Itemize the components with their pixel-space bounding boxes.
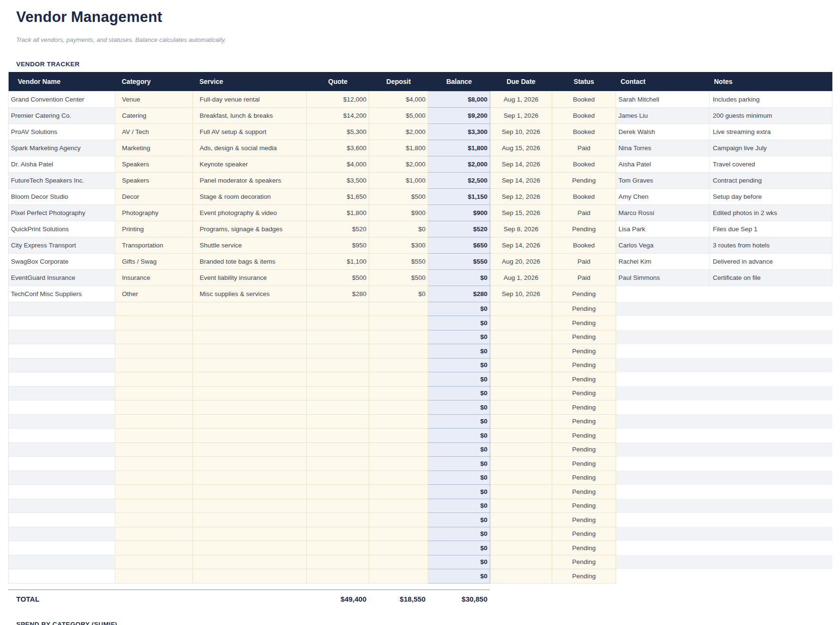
cell-status: Pending bbox=[552, 372, 616, 387]
empty-row: $0Pending bbox=[9, 555, 832, 569]
cell-service bbox=[193, 344, 307, 359]
cell-due: Sep 10, 2026 bbox=[490, 286, 552, 302]
cell-deposit bbox=[369, 499, 428, 513]
cell-category bbox=[115, 527, 193, 541]
cell-balance: $650 bbox=[428, 237, 490, 253]
cell-service: Breakfast, lunch & breaks bbox=[193, 107, 307, 123]
cell-vendor: ProAV Solutions bbox=[9, 123, 115, 140]
cell-quote bbox=[307, 302, 369, 316]
cell-contact bbox=[616, 457, 709, 471]
cell-quote: $280 bbox=[307, 286, 369, 302]
cell-quote bbox=[307, 429, 369, 443]
cell-notes bbox=[709, 316, 832, 330]
cell-quote bbox=[307, 471, 369, 485]
cell-quote: $1,800 bbox=[307, 205, 369, 221]
empty-row: $0Pending bbox=[9, 386, 832, 400]
cell-contact: James Liu bbox=[616, 107, 709, 123]
empty-row: $0Pending bbox=[9, 527, 832, 541]
cell-contact bbox=[616, 400, 709, 415]
cell-category: Photography bbox=[115, 205, 193, 221]
total-spacer bbox=[490, 592, 832, 606]
empty-row: $0Pending bbox=[9, 302, 832, 316]
cell-status: Pending bbox=[552, 414, 616, 429]
cell-balance: $0 bbox=[428, 499, 490, 513]
total-row: TOTAL $49,400 $18,550 $30,850 bbox=[8, 592, 832, 606]
cell-vendor bbox=[9, 555, 115, 569]
cell-category bbox=[115, 569, 193, 584]
cell-balance: $0 bbox=[428, 457, 490, 471]
cell-balance: $0 bbox=[428, 400, 490, 415]
cell-status: Pending bbox=[552, 442, 616, 457]
cell-quote: $3,500 bbox=[307, 172, 369, 188]
cell-due bbox=[490, 499, 552, 513]
cell-category: Other bbox=[115, 286, 193, 302]
cell-deposit bbox=[369, 541, 428, 555]
cell-vendor: EventGuard Insurance bbox=[9, 269, 115, 286]
cell-contact bbox=[616, 471, 709, 485]
cell-status: Booked bbox=[552, 107, 616, 123]
cell-status: Pending bbox=[552, 513, 616, 527]
cell-due bbox=[490, 372, 552, 387]
column-header-service: Service bbox=[193, 72, 307, 92]
cell-balance: $1,800 bbox=[428, 140, 490, 156]
cell-vendor bbox=[9, 302, 115, 316]
cell-service: Branded tote bags & items bbox=[193, 253, 307, 269]
cell-deposit bbox=[369, 485, 428, 499]
cell-balance: $0 bbox=[428, 527, 490, 541]
cell-service bbox=[193, 471, 307, 485]
cell-due: Aug 20, 2026 bbox=[490, 253, 552, 269]
cell-deposit: $0 bbox=[369, 221, 428, 237]
cell-status: Pending bbox=[552, 358, 616, 372]
cell-quote bbox=[307, 442, 369, 457]
cell-deposit bbox=[369, 400, 428, 415]
column-header-balance: Balance bbox=[428, 72, 490, 92]
cell-due bbox=[490, 330, 552, 344]
cell-contact: Paul Simmons bbox=[616, 269, 709, 286]
cell-due bbox=[490, 471, 552, 485]
cell-notes bbox=[709, 555, 832, 569]
cell-due bbox=[490, 344, 552, 359]
total-balance: $30,850 bbox=[428, 592, 490, 606]
cell-category bbox=[115, 302, 193, 316]
column-header-status: Status bbox=[552, 72, 616, 92]
cell-due bbox=[490, 358, 552, 372]
cell-contact bbox=[616, 429, 709, 443]
cell-notes bbox=[709, 457, 832, 471]
column-header-vendor: Vendor Name bbox=[9, 72, 115, 92]
cell-notes bbox=[709, 442, 832, 457]
empty-row: $0Pending bbox=[9, 344, 832, 359]
cell-contact: Lisa Park bbox=[616, 221, 709, 237]
cell-vendor: Dr. Aisha Patel bbox=[9, 156, 115, 172]
cell-balance: $0 bbox=[428, 442, 490, 457]
cell-status: Pending bbox=[552, 485, 616, 499]
cell-notes bbox=[709, 302, 832, 316]
cell-vendor bbox=[9, 316, 115, 330]
cell-quote: $520 bbox=[307, 221, 369, 237]
cell-category bbox=[115, 344, 193, 359]
cell-due: Aug 1, 2026 bbox=[490, 91, 552, 107]
cell-balance: $0 bbox=[428, 541, 490, 555]
cell-category bbox=[115, 372, 193, 387]
cell-vendor bbox=[9, 499, 115, 513]
cell-contact bbox=[616, 344, 709, 359]
page-subtitle: Track all vendors, payments, and statuse… bbox=[16, 36, 840, 43]
cell-balance: $280 bbox=[428, 286, 490, 302]
cell-category bbox=[115, 541, 193, 555]
vendor-row: Dr. Aisha PatelSpeakersKeynote speaker$4… bbox=[9, 156, 832, 172]
cell-balance: $0 bbox=[428, 316, 490, 330]
cell-service: Stage & room decoration bbox=[193, 188, 307, 205]
cell-category: Venue bbox=[115, 91, 193, 107]
cell-contact: Derek Walsh bbox=[616, 123, 709, 140]
cell-contact bbox=[616, 442, 709, 457]
cell-deposit bbox=[369, 527, 428, 541]
cell-category: Transportation bbox=[115, 237, 193, 253]
cell-balance: $0 bbox=[428, 386, 490, 400]
cell-due: Sep 1, 2026 bbox=[490, 107, 552, 123]
cell-service bbox=[193, 457, 307, 471]
empty-row: $0Pending bbox=[9, 541, 832, 555]
cell-quote bbox=[307, 555, 369, 569]
cell-due bbox=[490, 513, 552, 527]
cell-category bbox=[115, 429, 193, 443]
cell-contact bbox=[616, 302, 709, 316]
cell-quote bbox=[307, 316, 369, 330]
